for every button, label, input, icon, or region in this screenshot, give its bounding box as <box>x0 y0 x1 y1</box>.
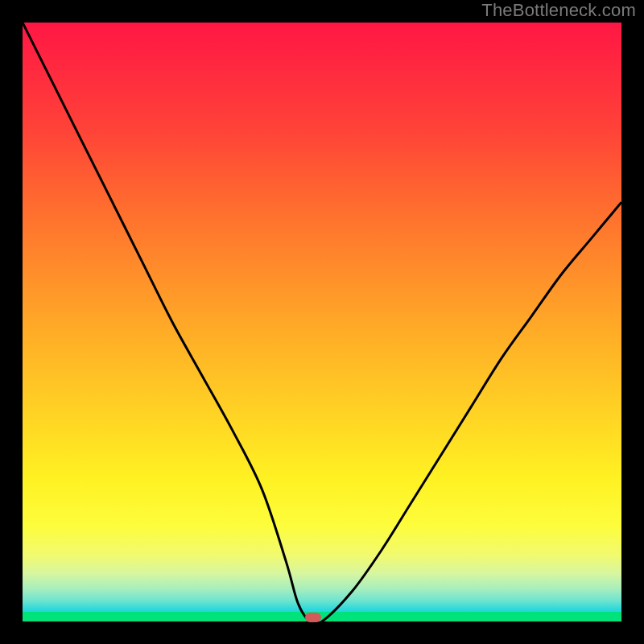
chart-frame: TheBottleneck.com <box>0 0 644 644</box>
bottleneck-curve <box>23 23 621 621</box>
optimum-marker <box>305 613 321 622</box>
plot-area <box>23 23 621 621</box>
watermark-text: TheBottleneck.com <box>481 0 636 21</box>
